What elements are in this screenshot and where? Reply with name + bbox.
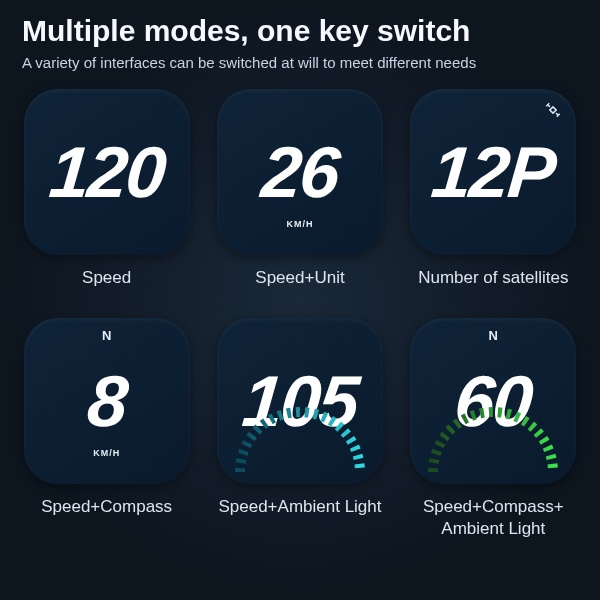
unit-label: KM/H [93,448,120,458]
digit-display: 8 [84,365,128,437]
mode-card-speed-compass: N 8 KM/H [24,318,190,484]
ambient-arc-icon [220,392,380,484]
mode-label: Speed+Compass+Ambient Light [423,496,564,539]
mode-card-speed-unit: 26 KM/H [217,89,383,255]
page-title: Multiple modes, one key switch [22,14,578,48]
digit-display: 26 [259,136,341,208]
modes-grid: 120 Speed 26 KM/H Speed+Unit [22,89,578,539]
mode-label: Number of satellites [418,267,568,288]
digit-display: 120 [46,136,166,208]
mode-label: Speed+Ambient Light [218,496,381,517]
mode-card-satellites: 12P [410,89,576,255]
mode-label: Speed+Unit [255,267,344,288]
svg-rect-0 [550,107,556,113]
compass-indicator: N [102,328,111,343]
unit-label: KM/H [286,219,313,229]
compass-indicator: N [489,328,498,343]
mode-card-speed: 120 [24,89,190,255]
digit-display: 12P [429,136,557,208]
ambient-arc-icon [413,392,573,484]
page-subtitle: A variety of interfaces can be switched … [22,54,578,71]
satellite-icon [544,101,562,123]
mode-label: Speed+Compass [41,496,172,517]
mode-card-speed-compass-ambient: N 60 [410,318,576,484]
mode-card-speed-ambient: 105 [217,318,383,484]
mode-label: Speed [82,267,131,288]
